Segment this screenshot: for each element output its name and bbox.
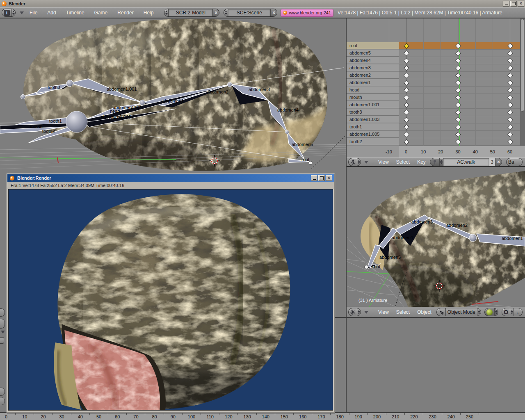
mode-spinner-icon[interactable] (477, 308, 481, 316)
frame-gridline (423, 18, 424, 42)
menu-select[interactable]: Select (396, 159, 410, 165)
menu-render[interactable]: Render (117, 10, 133, 16)
rotation-manipulator-icon[interactable]: Ω (502, 308, 510, 316)
restore-button[interactable] (510, 1, 517, 7)
partial-header-button[interactable] (0, 319, 5, 329)
channel-name[interactable]: abdomen1.005 (347, 131, 399, 138)
mode-select[interactable]: Object Mode (436, 308, 481, 316)
channel-row-abdomen1: abdomen1 (347, 79, 520, 87)
timeline-number: 80 (152, 414, 157, 419)
scene-selector[interactable]: SCE:Scene × (224, 9, 277, 17)
timeline-tick (126, 413, 127, 415)
timeline-tick (460, 413, 461, 415)
bake-button[interactable]: Ba (506, 158, 523, 166)
minimize-button[interactable] (503, 1, 509, 7)
transform-orientation-icon[interactable]: ↔ (514, 308, 522, 316)
timeline-number: 90 (171, 414, 176, 419)
timeline-number: 130 (243, 414, 251, 419)
root-bone-ball[interactable] (309, 161, 312, 164)
viewport-main[interactable]: tooth3abdomen1.001abdomen1abdomen2abdome… (0, 18, 346, 173)
partial-header-button[interactable] (0, 337, 4, 344)
menu-game[interactable]: Game (94, 10, 108, 16)
timeline-tick (71, 413, 71, 415)
timeline-number: 220 (410, 414, 418, 419)
scrollbar-handle[interactable] (520, 19, 524, 112)
channel-name[interactable]: tooth1 (347, 123, 399, 130)
timeline-number: 70 (133, 414, 138, 419)
action-vertical-scrollbar[interactable] (520, 18, 525, 146)
header-collapse-icon[interactable] (364, 311, 368, 314)
timeline-tick (442, 413, 442, 415)
scene-spinner-icon[interactable] (224, 9, 228, 16)
action-unlink-x-icon[interactable]: × (495, 158, 502, 166)
channel-name[interactable]: tooth3 (347, 109, 399, 116)
menu-file[interactable]: File (30, 10, 37, 16)
channel-name[interactable]: abdomen1 (347, 79, 399, 86)
window-type-spinner[interactable] (11, 9, 15, 16)
partial-header-button[interactable] (0, 388, 5, 396)
manipulator-group[interactable]: Ω ↔ (502, 308, 523, 316)
partial-header-button[interactable] (0, 397, 5, 405)
action-browse-spinner[interactable] (439, 158, 443, 166)
area-divider-vertical[interactable] (346, 18, 347, 413)
close-button[interactable]: × (326, 175, 332, 181)
os-titlebar[interactable]: Blender × (0, 0, 525, 7)
window-type-button[interactable]: i (2, 9, 16, 17)
header-collapse-icon[interactable] (20, 11, 24, 14)
menu-view[interactable]: View (378, 309, 389, 315)
editor-type-button[interactable] (348, 308, 361, 316)
timeline-number: 50 (96, 414, 101, 419)
menu-object[interactable]: Object (417, 309, 431, 315)
minimize-button[interactable] (311, 175, 317, 181)
menu-select[interactable]: Select (396, 309, 410, 315)
timeline-number: 140 (262, 414, 269, 419)
scene-name-field[interactable]: SCE:Scene (228, 9, 270, 16)
editor-type-spinner[interactable] (357, 308, 361, 316)
draw-type-spinner[interactable] (494, 308, 498, 316)
channel-name[interactable]: tooth2 (347, 138, 399, 145)
screen-delete-x-icon[interactable]: × (212, 9, 219, 16)
action-users-button[interactable]: 3 (489, 158, 495, 166)
channel-name[interactable]: mouth (347, 94, 399, 101)
channel-name[interactable]: root (347, 42, 399, 49)
timeline-tick (237, 413, 238, 415)
menu-view[interactable]: View (378, 159, 389, 165)
render-window[interactable]: Blender:Render × Fra:1 Ve:1478 Fa:2552 L… (7, 173, 335, 413)
screen-spinner-icon[interactable] (164, 9, 168, 16)
channel-name[interactable]: abdomen3 (347, 64, 399, 71)
channel-name[interactable]: abdomen4 (347, 57, 399, 64)
editor-type-spinner[interactable] (357, 158, 361, 166)
scene-delete-x-icon[interactable]: × (270, 9, 277, 16)
channel-name[interactable]: head (347, 87, 399, 94)
action-name-field[interactable]: AC:walk (443, 158, 489, 166)
menu-key[interactable]: Key (417, 159, 426, 165)
channel-name[interactable]: abdomen5 (347, 50, 399, 57)
action-datablock[interactable]: AC:walk 3 × (430, 158, 502, 166)
screen-selector[interactable]: SCR:2-Model × (164, 9, 219, 17)
render-window-titlebar[interactable]: Blender:Render × (7, 174, 334, 182)
timeline-tick (145, 413, 145, 415)
timeline-ruler[interactable]: 0102030405060708090100110120130140150160… (0, 413, 525, 420)
close-button[interactable]: × (518, 1, 524, 7)
editor-type-button[interactable] (348, 158, 361, 166)
menu-add[interactable]: Add (47, 10, 56, 16)
menu-help[interactable]: Help (144, 10, 154, 16)
manipulator-spinner[interactable] (510, 308, 514, 316)
screen-name-field[interactable]: SCR:2-Model (168, 9, 212, 16)
menu-timeline[interactable]: Timeline (66, 10, 84, 16)
action-frame-ruler[interactable]: -100102030405060 (347, 146, 525, 158)
partial-header-button[interactable] (0, 308, 5, 317)
header-collapse-icon[interactable] (364, 161, 368, 164)
restore-icon (512, 2, 516, 5)
channel-name[interactable]: abdomen1.001 (347, 101, 399, 108)
current-frame-line[interactable] (459, 18, 460, 158)
channel-row-abdomen1.003: abdomen1.003 (347, 116, 520, 123)
channel-name[interactable]: abdomen2 (347, 72, 399, 79)
channel-name[interactable]: abdomen1.003 (347, 116, 399, 123)
maximize-button[interactable] (318, 175, 325, 181)
area-divider-horizontal[interactable] (335, 317, 525, 318)
draw-type-select[interactable] (484, 308, 498, 316)
viewport-secondary[interactable]: abdomen3abdomen2abdomen1abdomen4abdomen5… (347, 167, 525, 307)
root-bone-ball[interactable] (365, 265, 368, 269)
partial-collapse-icon[interactable] (1, 331, 5, 333)
